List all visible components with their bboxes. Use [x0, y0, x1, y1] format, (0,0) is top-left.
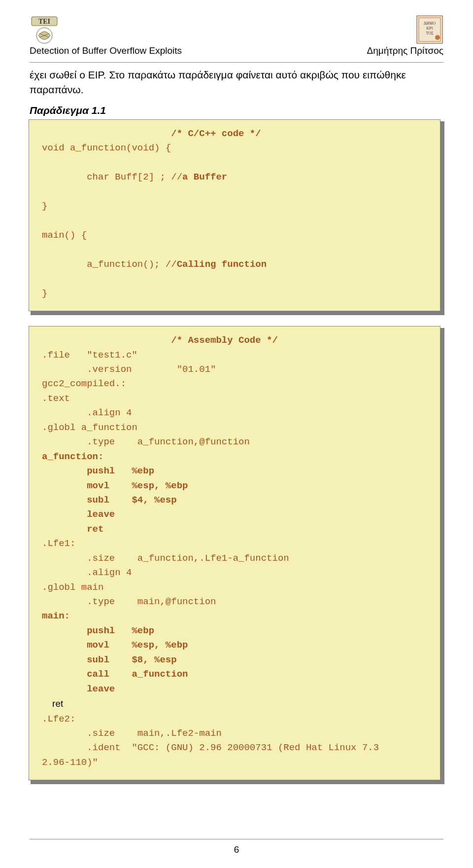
c1-l8: main() { [42, 230, 87, 241]
c1-l1: /* C/C++ code */ [42, 128, 261, 139]
c1-l10a: a_function(); // [42, 259, 177, 270]
svg-text:ΤΟΣ: ΤΟΣ [426, 31, 434, 36]
c2-l9: a_function: [42, 451, 103, 462]
svg-point-10 [435, 35, 440, 40]
svg-text:ΚΡΙ: ΚΡΙ [427, 26, 433, 31]
c2-l20: main: [42, 611, 70, 621]
header-right-text: Δημήτρης Πρίτσος [367, 45, 443, 56]
c2-l5: .text [42, 393, 70, 404]
c2-l30: 2.96-110)" [42, 757, 98, 768]
c2-l29: .ident "GCC: (GNU) 2.96 20000731 (Red Ha… [42, 742, 379, 753]
c2-l4: gcc2_compiled.: [42, 378, 126, 389]
c2-l16: .size a_function,.Lfe1-a_function [42, 553, 289, 564]
c2-l8: .type a_function,@function [42, 436, 250, 447]
c2-l7: .globl a_function [42, 422, 137, 433]
c1-l4b: a Buffer [182, 172, 227, 182]
code-block-2-wrapper: /* Assembly Code */ .file "test1.c" .ver… [31, 328, 444, 784]
paragraph-line2: παραπάνω. [30, 84, 83, 95]
svg-text:ΔΗΜΟ: ΔΗΜΟ [424, 21, 436, 26]
header-left-text: Detection of Buffer Overflow Exploits [30, 45, 182, 56]
c2-l19: .type main,@function [42, 596, 216, 607]
logo-dimokritos-icon: ΔΗΜΟ ΚΡΙ ΤΟΣ [416, 15, 443, 44]
header: TEI Detection of Buffer Overflow Exploit… [0, 0, 473, 60]
c1-l10b: Calling function [177, 259, 267, 270]
c1-l6: } [42, 201, 47, 212]
c2-l27: .Lfe2: [42, 714, 75, 724]
c2-l2: .file "test1.c" [42, 350, 137, 361]
paragraph-line1: έχει σωθεί ο EIP. Στο παρακάτω παράδειγμ… [30, 69, 406, 80]
paragraph: έχει σωθεί ο EIP. Στο παρακάτω παράδειγμ… [0, 63, 473, 102]
c2-l28: .size main,.Lfe2-main [42, 728, 222, 739]
c1-l12: } [42, 288, 47, 299]
c1-l4a: char Buff[2] ; // [42, 172, 182, 182]
c2-l6: .align 4 [42, 407, 132, 418]
subheading: Παράδιεγμα 1.1 [0, 102, 473, 121]
c2-l24: call a_function [42, 669, 188, 680]
c2-l1: /* Assembly Code */ [42, 335, 278, 346]
page-number: 6 [0, 844, 473, 855]
header-right: ΔΗΜΟ ΚΡΙ ΤΟΣ Δημήτρης Πρίτσος [367, 15, 443, 56]
c1-l2a: void a_function(void) { [42, 143, 171, 153]
code-block-2: /* Assembly Code */ .file "test1.c" .ver… [29, 326, 440, 780]
code-block-1-wrapper: /* C/C++ code */ void a_function(void) {… [31, 121, 444, 315]
header-left: TEI Detection of Buffer Overflow Exploit… [30, 14, 182, 56]
code-block-1: /* C/C++ code */ void a_function(void) {… [29, 119, 440, 311]
svg-text:TEI: TEI [38, 18, 50, 25]
c2-l17: .align 4 [42, 567, 132, 578]
c2-l23: subl $8, %esp [42, 654, 177, 665]
c2-l21: pushl %ebp [42, 625, 154, 636]
c2-l10: pushl %ebp [42, 466, 154, 476]
c2-l26: ret [42, 698, 63, 709]
footer-divider [30, 839, 443, 839]
c2-l22: movl %esp, %ebp [42, 640, 188, 651]
c2-l12: subl $4, %esp [42, 495, 177, 506]
c2-l3: .version "01.01" [42, 364, 216, 375]
c2-l13: leave [42, 509, 115, 520]
c2-l25: leave [42, 684, 115, 694]
logo-tei-icon: TEI [30, 14, 59, 44]
c2-l18: .globl main [42, 582, 103, 593]
c2-l15: .Lfe1: [42, 538, 75, 549]
c2-l14: ret [42, 524, 103, 535]
c2-l11: movl %esp, %ebp [42, 480, 188, 491]
